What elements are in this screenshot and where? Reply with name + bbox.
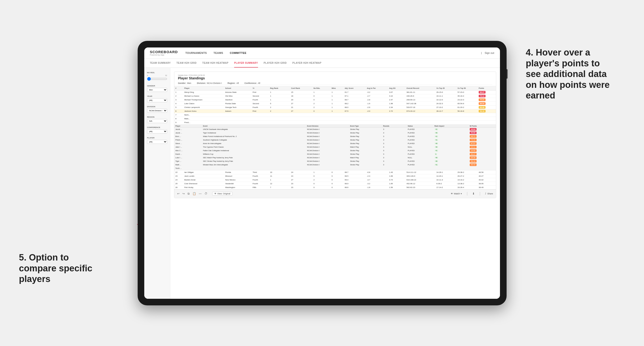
sidebar: No Rds. 4 52 Gender Men Year ( bbox=[144, 68, 170, 299]
sidebar-conference: Conference (All) bbox=[147, 126, 167, 134]
col-no-rds: No Rds. bbox=[312, 86, 330, 90]
sub-table: Player Event Event Division Event Type R… bbox=[174, 125, 496, 170]
table-row: 2 Michael La Sasso Ole Miss Second 1 18 … bbox=[174, 94, 496, 98]
no-rds-slider[interactable] bbox=[147, 77, 167, 81]
no-rds-min: 4 bbox=[147, 75, 148, 76]
nav-right: | Sign out bbox=[481, 51, 494, 54]
sidebar-region: Region N/A bbox=[147, 116, 167, 123]
filter-region: Region: All bbox=[228, 82, 239, 84]
undo-icon[interactable]: ↩ bbox=[177, 192, 180, 195]
annotation-right: 4. Hover over a player's points to see a… bbox=[526, 47, 616, 101]
view-original-button[interactable]: 👁 View: Original bbox=[212, 192, 232, 195]
clock-icon[interactable]: ⏱ bbox=[204, 192, 208, 195]
col-wins: Wins bbox=[330, 86, 344, 90]
points-badge[interactable]: 88.27 bbox=[479, 91, 486, 94]
sub-table-row: Jake I ... The Cypress Point Classic NCA… bbox=[174, 145, 496, 149]
bottom-bar: ↩ ↪ ⧉ 📋 — ⏱ 👁 View: Original 👁 bbox=[174, 189, 496, 198]
annotation-left-text: 5. Option to compare specific players bbox=[19, 252, 92, 284]
paste-icon[interactable]: 📋 bbox=[192, 192, 196, 195]
table-row: 4 Luke Claton Florida State Second 5 27 … bbox=[174, 102, 496, 105]
col-adj-score: Adj. Score bbox=[344, 86, 366, 90]
player-select[interactable]: (All) bbox=[147, 140, 167, 144]
standings-panel: Update time: 27/01/2024 16:56:26 Player … bbox=[174, 72, 496, 198]
no-rds-max: 52 bbox=[165, 75, 167, 76]
tablet-frame: SCOREBOARD Powered by clipp TOURNAMENTS … bbox=[138, 41, 506, 305]
sign-out-link[interactable]: Sign out bbox=[484, 51, 494, 54]
tablet-screen: SCOREBOARD Powered by clipp TOURNAMENTS … bbox=[144, 47, 500, 299]
subnav-team-summary[interactable]: TEAM SUMMARY bbox=[150, 59, 171, 68]
logo-sub: Powered by clipp bbox=[150, 54, 178, 56]
col-rank: # bbox=[174, 86, 183, 90]
subnav-player-h2h-grid[interactable]: PLAYER H2H GRID bbox=[264, 59, 287, 68]
col-conf-rank: Conf Rank bbox=[290, 86, 312, 90]
points-badge[interactable]: 68.54 bbox=[479, 102, 486, 105]
division-select[interactable]: NCAA Division I bbox=[147, 109, 167, 113]
table-row: 7 Nichi... bbox=[174, 113, 496, 117]
col-overall-record: Overall Record bbox=[405, 86, 435, 90]
sub-table-row: Jacob ... Tiger Invitational NCAA Divisi… bbox=[174, 131, 496, 135]
table-row: 1 Wenyi Ding Arizona State First 1 15 1 … bbox=[174, 90, 496, 94]
sub-table-header: Player Event Event Division Event Type R… bbox=[174, 125, 496, 128]
tooltip-header-row: Player Event Event Division Event Type R… bbox=[174, 124, 496, 170]
nav-tournaments[interactable]: TOURNAMENTS bbox=[186, 51, 207, 54]
points-badge[interactable]: 76.12 bbox=[479, 95, 486, 97]
sub-table-row: Tochi ... bbox=[174, 167, 496, 170]
points-badge[interactable]: 70.21 bbox=[479, 99, 486, 101]
table-row: 25 Cole Sherwood Vanderbilt Fourth 12 23… bbox=[174, 182, 496, 185]
subnav-player-h2h-heatmap[interactable]: PLAYER H2H HEATMAP bbox=[292, 59, 322, 68]
watch-label: Watch bbox=[454, 192, 460, 195]
gender-label: Gender bbox=[147, 85, 167, 87]
sub-nav: TEAM SUMMARY TEAM H2H GRID TEAM H2H HEAT… bbox=[144, 59, 500, 68]
subnav-team-h2h-grid[interactable]: TEAM H2H GRID bbox=[176, 59, 196, 68]
top-nav: SCOREBOARD Powered by clipp TOURNAMENTS … bbox=[144, 47, 500, 59]
col-school: School bbox=[224, 86, 252, 90]
table-row: 8 Mats... bbox=[174, 117, 496, 120]
nav-committee[interactable]: COMMITTEE bbox=[230, 51, 247, 54]
eye-icon: 👁 bbox=[214, 192, 216, 195]
no-rds-range: 4 52 bbox=[147, 75, 167, 76]
download-icon[interactable]: ⬇ bbox=[472, 192, 475, 195]
view-label: View: Original bbox=[217, 192, 230, 195]
logo-text: SCOREBOARD bbox=[150, 50, 178, 54]
gender-select[interactable]: Men bbox=[147, 88, 167, 92]
conference-label: Conference bbox=[147, 126, 167, 129]
watch-chevron: ▾ bbox=[461, 192, 462, 195]
sub-table-row: Alex C ... Fallen Oak Collegiate Invitat… bbox=[174, 149, 496, 152]
no-rds-label: No Rds. bbox=[147, 72, 167, 74]
share-label: Share bbox=[487, 192, 493, 195]
content-area: Update time: 27/01/2024 16:56:26 Player … bbox=[170, 68, 500, 299]
year-select[interactable]: (All) bbox=[147, 98, 167, 102]
share-button[interactable]: ⤴ Share bbox=[485, 192, 493, 195]
separator-icon: — bbox=[199, 192, 202, 195]
conference-select[interactable]: (All) bbox=[147, 129, 167, 134]
subnav-team-h2h-heatmap[interactable]: TEAM H2H HEATMAP bbox=[202, 59, 228, 68]
table-row: 22 Ian Gilligan Florida Third 10 24 1 0 … bbox=[174, 170, 496, 174]
col-reg-rank: Reg Rank bbox=[269, 86, 290, 90]
annotation-left: 5. Option to compare specific players bbox=[19, 252, 94, 285]
sidebar-player: Player (All) bbox=[147, 137, 167, 144]
region-select[interactable]: N/A bbox=[147, 119, 167, 123]
year-label: Year bbox=[147, 95, 167, 97]
points-badge[interactable]: 60.49 bbox=[479, 106, 486, 109]
nav-teams[interactable]: TEAMS bbox=[214, 51, 223, 54]
watch-icon: 👁 bbox=[451, 192, 453, 195]
nav-separator: | bbox=[481, 51, 482, 54]
table-row-hover: 6 Jackson Koivu Auburn First 2 27 0 1 67… bbox=[174, 109, 496, 113]
table-row: 3 Michael Thorbjornsen Stanford Fourth 1… bbox=[174, 98, 496, 102]
col-player: Player bbox=[183, 86, 224, 90]
sub-table-row: Phitch ... Southern Highlands Collegiate… bbox=[174, 138, 496, 142]
redo-icon[interactable]: ↪ bbox=[182, 192, 185, 195]
points-badge-hover[interactable]: 58.18 bbox=[479, 110, 486, 112]
sidebar-no-rds: No Rds. 4 52 bbox=[147, 72, 167, 81]
col-yr: Yr bbox=[252, 86, 269, 90]
filter-division: Division: NCAA Division I bbox=[197, 82, 222, 84]
subnav-player-summary[interactable]: PLAYER SUMMARY bbox=[234, 59, 258, 68]
panel-title: Player Standings bbox=[178, 76, 205, 80]
table-row: 23 Jack Lundin Missouri Fourth 11 24 0 0… bbox=[174, 174, 496, 178]
sub-table-row: Luke I ... SEC Match Play hosted by Jerr… bbox=[174, 156, 496, 160]
sub-table-row: Tiger ... SEC Stroke Play hosted by Jerr… bbox=[174, 160, 496, 163]
copy-icon[interactable]: ⧉ bbox=[188, 192, 190, 195]
sub-table-row: Steve ... Amer An Intercollegiate NCAA D… bbox=[174, 142, 496, 145]
watch-button[interactable]: 👁 Watch ▾ bbox=[451, 192, 462, 195]
table-row: 9 Prest... bbox=[174, 120, 496, 124]
